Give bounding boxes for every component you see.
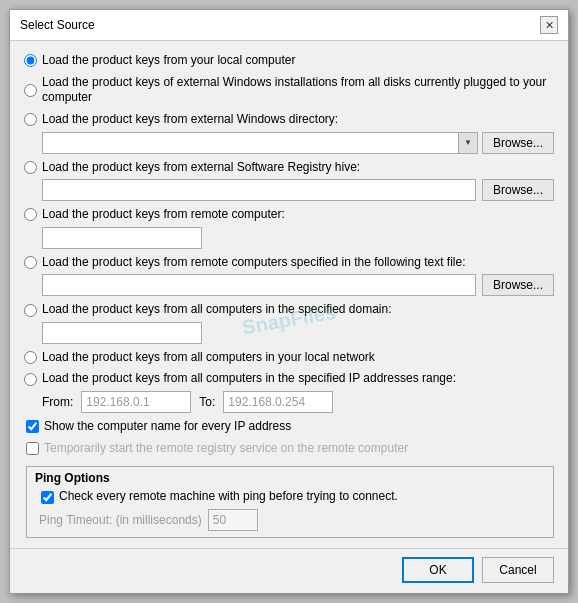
radio-row-6: Load the product keys from remote comput…: [24, 255, 554, 271]
radio-label-6: Load the product keys from remote comput…: [42, 255, 466, 271]
show-computer-name-label: Show the computer name for every IP addr…: [44, 419, 291, 435]
input-row-7: [42, 322, 554, 344]
text-file-input[interactable]: [42, 274, 476, 296]
radio-external-dir[interactable]: [24, 113, 37, 126]
ping-timeout-input[interactable]: [208, 509, 258, 531]
temp-start-checkbox[interactable]: [26, 442, 39, 455]
radio-external-disks[interactable]: [24, 84, 37, 97]
domain-input[interactable]: [42, 322, 202, 344]
remote-computer-input[interactable]: [42, 227, 202, 249]
from-ip-input[interactable]: [81, 391, 191, 413]
radio-row-7: Load the product keys from all computers…: [24, 302, 554, 318]
radio-local-network[interactable]: [24, 351, 37, 364]
dropdown-row-3: ▼ Browse...: [42, 132, 554, 154]
radio-row-1: Load the product keys from your local co…: [24, 53, 554, 69]
radio-row-4: Load the product keys from external Soft…: [24, 160, 554, 176]
dialog-body: Load the product keys from your local co…: [10, 41, 568, 548]
to-label: To:: [199, 395, 215, 409]
external-dir-input[interactable]: [42, 132, 478, 154]
ping-check-row: Check every remote machine with ping bef…: [37, 489, 545, 505]
radio-label-2: Load the product keys of external Window…: [42, 75, 554, 106]
ping-check-label: Check every remote machine with ping bef…: [59, 489, 398, 505]
radio-ip-range[interactable]: [24, 373, 37, 386]
browse-button-3[interactable]: Browse...: [482, 274, 554, 296]
temp-start-label: Temporarily start the remote registry se…: [44, 441, 408, 457]
radio-label-8: Load the product keys from all computers…: [42, 350, 375, 366]
browse-button-2[interactable]: Browse...: [482, 179, 554, 201]
radio-registry-hive[interactable]: [24, 161, 37, 174]
registry-hive-input[interactable]: [42, 179, 476, 201]
radio-label-9: Load the product keys from all computers…: [42, 371, 456, 387]
radio-row-5: Load the product keys from remote comput…: [24, 207, 554, 223]
radio-row-3: Load the product keys from external Wind…: [24, 112, 554, 128]
ping-title: Ping Options: [35, 471, 545, 485]
radio-text-file[interactable]: [24, 256, 37, 269]
ping-timeout-label: Ping Timeout: (in milliseconds): [39, 513, 202, 527]
footer: OK Cancel: [10, 548, 568, 593]
select-source-dialog: Select Source ✕ Load the product keys fr…: [9, 9, 569, 594]
from-label: From:: [42, 395, 73, 409]
radio-row-2: Load the product keys of external Window…: [24, 75, 554, 106]
radio-label-7: Load the product keys from all computers…: [42, 302, 392, 318]
radio-label-1: Load the product keys from your local co…: [42, 53, 295, 69]
radio-domain[interactable]: [24, 304, 37, 317]
ip-range-row: From: To:: [42, 391, 554, 413]
to-ip-input[interactable]: [223, 391, 333, 413]
ping-timeout-row: Ping Timeout: (in milliseconds): [39, 509, 545, 531]
radio-label-3: Load the product keys from external Wind…: [42, 112, 338, 128]
radio-label-5: Load the product keys from remote comput…: [42, 207, 285, 223]
browse-button-1[interactable]: Browse...: [482, 132, 554, 154]
radio-label-4: Load the product keys from external Soft…: [42, 160, 360, 176]
content-area: Load the product keys from your local co…: [10, 41, 568, 548]
ping-inner: Check every remote machine with ping bef…: [35, 489, 545, 531]
dialog-title: Select Source: [20, 18, 95, 32]
radio-local[interactable]: [24, 54, 37, 67]
dropdown-wrapper: ▼: [42, 132, 478, 154]
input-row-5: [42, 227, 554, 249]
title-bar: Select Source ✕: [10, 10, 568, 41]
ping-check-checkbox[interactable]: [41, 491, 54, 504]
radio-row-8: Load the product keys from all computers…: [24, 350, 554, 366]
radio-remote-computer[interactable]: [24, 208, 37, 221]
checkbox-row-2: Temporarily start the remote registry se…: [26, 441, 554, 457]
checkbox-row-1: Show the computer name for every IP addr…: [26, 419, 554, 435]
show-computer-name-checkbox[interactable]: [26, 420, 39, 433]
radio-row-9: Load the product keys from all computers…: [24, 371, 554, 387]
ok-button[interactable]: OK: [402, 557, 474, 583]
ping-options-section: Ping Options Check every remote machine …: [26, 466, 554, 538]
input-row-4: Browse...: [42, 179, 554, 201]
cancel-button[interactable]: Cancel: [482, 557, 554, 583]
close-button[interactable]: ✕: [540, 16, 558, 34]
input-row-6: Browse...: [42, 274, 554, 296]
